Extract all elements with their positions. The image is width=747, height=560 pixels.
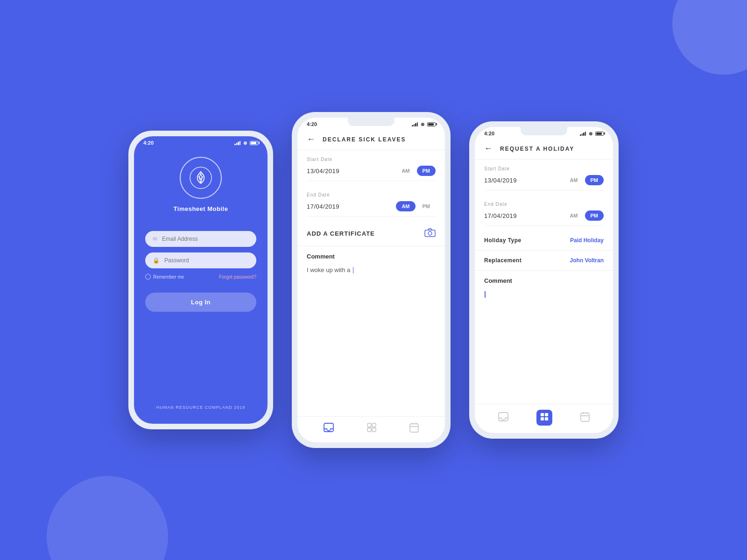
signal-icon-holiday xyxy=(580,131,586,136)
comment-section-holiday: Comment xyxy=(475,271,613,305)
svg-point-2 xyxy=(428,231,432,235)
holiday-start-date-row: 13/04/2019 AM PM xyxy=(484,175,604,190)
holiday-type-row: Holiday Type Paid Holiday xyxy=(475,231,613,251)
holiday-end-date-label: End Date xyxy=(484,202,604,207)
svg-rect-5 xyxy=(372,423,376,427)
end-date-label: End Date xyxy=(307,192,436,197)
app-title: Timesheet Mobile xyxy=(174,205,228,212)
holiday-end-am-button[interactable]: AM xyxy=(564,210,583,221)
phone-holiday: 4:20 ⊛ ← REQUEST A HOLIDAY xyxy=(469,121,619,439)
svg-rect-8 xyxy=(410,424,418,432)
back-button-sick[interactable]: ← xyxy=(307,134,315,144)
text-cursor-holiday xyxy=(485,291,486,298)
time-login: 4:20 xyxy=(143,140,154,146)
bottom-nav-holiday xyxy=(475,404,613,433)
start-date-row: 13/04/2019 AM PM xyxy=(307,166,436,181)
end-pm-button[interactable]: PM xyxy=(417,201,436,211)
login-button[interactable]: Log In xyxy=(145,293,256,312)
nav-grid-holiday[interactable] xyxy=(536,410,552,426)
start-date-value: 13/04/2019 xyxy=(307,168,339,175)
nav-calendar-holiday[interactable] xyxy=(580,412,590,424)
holiday-end-pm-button[interactable]: PM xyxy=(585,210,604,221)
phone-login-inner: 4:20 ⊛ xyxy=(134,136,268,424)
holiday-end-ampm-toggle[interactable]: AM PM xyxy=(564,210,604,221)
screen-header-holiday: ← REQUEST A HOLIDAY xyxy=(475,138,613,160)
time-sick: 4:20 xyxy=(307,121,317,127)
comment-title-sick: Comment xyxy=(307,253,436,260)
camera-icon[interactable] xyxy=(424,228,436,239)
signal-icon-login xyxy=(234,140,240,145)
wifi-icon-login: ⊛ xyxy=(243,140,247,146)
status-icons-holiday: ⊛ xyxy=(580,131,604,136)
certificate-label: ADD A CERTIFICATE xyxy=(307,230,375,237)
holiday-end-date-value: 17/04/2019 xyxy=(484,212,517,219)
phone-holiday-inner: 4:20 ⊛ ← REQUEST A HOLIDAY xyxy=(475,127,613,433)
screen-body-holiday: Start Date 13/04/2019 AM PM End Date 17/… xyxy=(475,160,613,404)
wifi-icon-holiday: ⊛ xyxy=(589,131,592,136)
end-date-value: 17/04/2019 xyxy=(307,203,339,210)
svg-rect-6 xyxy=(367,428,371,432)
footer-text: HUMAN RESOURCE COMPLAND 2019 xyxy=(156,405,246,414)
replacement-row: Replacement John Voltran xyxy=(475,251,613,271)
bg-decoration-bottom xyxy=(47,476,168,560)
svg-point-0 xyxy=(190,167,211,189)
nav-calendar-sick[interactable] xyxy=(409,422,419,435)
nav-grid-sick[interactable] xyxy=(367,423,376,434)
signal-icon-sick xyxy=(412,122,418,126)
phone-login: 4:20 ⊛ xyxy=(128,131,273,429)
bg-decoration-top xyxy=(672,0,747,75)
svg-rect-11 xyxy=(545,413,548,416)
end-ampm-toggle[interactable]: AM PM xyxy=(396,201,436,211)
start-am-button[interactable]: AM xyxy=(396,166,415,176)
start-ampm-toggle[interactable]: AM PM xyxy=(396,166,436,176)
svg-rect-14 xyxy=(581,413,589,421)
remember-me-label[interactable]: Remember me xyxy=(145,274,184,280)
start-pm-button[interactable]: PM xyxy=(417,166,436,176)
wifi-icon-sick: ⊛ xyxy=(421,122,424,127)
start-date-label: Start Date xyxy=(307,157,436,162)
text-cursor-sick xyxy=(353,267,354,273)
phone-sick-inner: 4:20 ⊛ ← DECLARE SICK LEAVES xyxy=(297,118,445,442)
time-holiday: 4:20 xyxy=(484,131,494,136)
replacement-value[interactable]: John Voltran xyxy=(570,257,604,264)
svg-rect-10 xyxy=(541,413,544,416)
holiday-start-date-section: Start Date 13/04/2019 AM PM xyxy=(475,160,613,195)
status-icons-login: ⊛ xyxy=(234,140,258,146)
remember-row: Remember me Forgot password? xyxy=(145,274,256,280)
password-input[interactable] xyxy=(164,257,249,264)
notch-holiday xyxy=(521,127,567,135)
comment-section-sick: Comment I woke up with a xyxy=(297,246,445,280)
screen-title-sick: DECLARE SICK LEAVES xyxy=(323,136,406,143)
holiday-end-date-section: End Date 17/04/2019 AM PM xyxy=(475,195,613,231)
holiday-start-pm-button[interactable]: PM xyxy=(585,175,604,185)
holiday-start-am-button[interactable]: AM xyxy=(564,175,583,185)
holiday-start-date-value: 13/04/2019 xyxy=(484,177,517,184)
password-field[interactable]: 🔒 xyxy=(145,252,256,268)
certificate-section[interactable]: ADD A CERTIFICATE xyxy=(297,221,445,246)
holiday-start-date-label: Start Date xyxy=(484,166,604,171)
comment-input-sick[interactable]: I woke up with a xyxy=(307,266,436,274)
phone-sick: 4:20 ⊛ ← DECLARE SICK LEAVES xyxy=(292,112,451,448)
holiday-start-ampm-toggle[interactable]: AM PM xyxy=(564,175,604,185)
nav-inbox-holiday[interactable] xyxy=(498,412,508,424)
logo-icon xyxy=(189,166,212,189)
email-input[interactable] xyxy=(162,236,249,242)
screen-title-holiday: REQUEST A HOLIDAY xyxy=(500,146,574,152)
holiday-type-value[interactable]: Paid Holiday xyxy=(570,237,604,244)
logo-circle xyxy=(180,157,222,199)
email-field[interactable]: ✉ xyxy=(145,231,256,247)
svg-rect-7 xyxy=(372,428,376,432)
comment-input-holiday[interactable] xyxy=(484,290,604,298)
nav-inbox-sick[interactable] xyxy=(324,423,334,434)
status-icons-sick: ⊛ xyxy=(412,122,436,127)
lock-icon: 🔒 xyxy=(153,257,160,264)
end-am-button[interactable]: AM xyxy=(396,201,415,211)
remember-checkbox[interactable] xyxy=(145,274,151,280)
login-content: Timesheet Mobile ✉ 🔒 Remember me Forgot … xyxy=(134,147,268,424)
notch-login xyxy=(177,136,224,145)
bottom-nav-sick xyxy=(297,416,445,442)
replacement-label: Replacement xyxy=(484,257,521,264)
forgot-password-link[interactable]: Forgot password? xyxy=(219,274,256,280)
back-button-holiday[interactable]: ← xyxy=(484,144,493,154)
svg-rect-13 xyxy=(545,417,548,420)
